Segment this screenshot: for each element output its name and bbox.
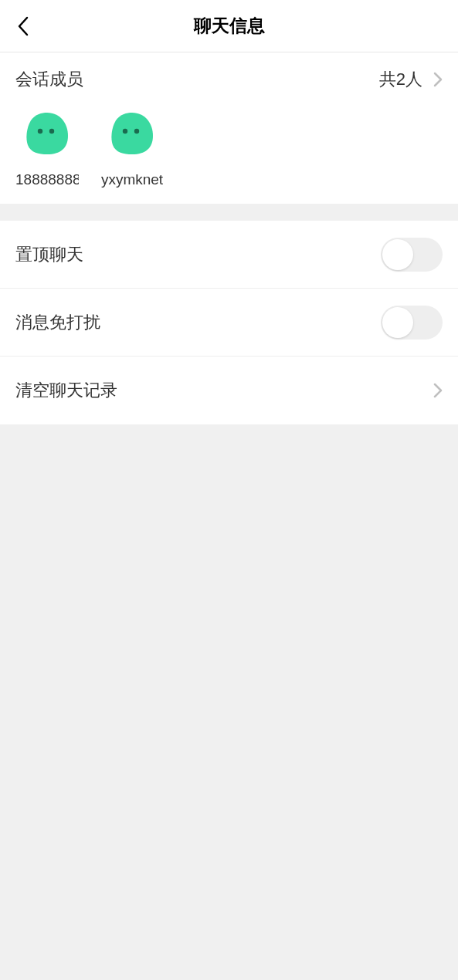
toggle-knob (382, 239, 413, 270)
members-list: 18888888 yxymknet (15, 110, 443, 188)
pin-chat-label: 置顶聊天 (15, 243, 83, 266)
chevron-right-icon (433, 72, 443, 87)
member-name: 18888888 (15, 171, 79, 188)
member-name: yxymknet (101, 171, 163, 188)
pin-chat-toggle[interactable] (381, 238, 443, 272)
svg-point-1 (49, 129, 54, 133)
header: 聊天信息 (0, 0, 458, 52)
members-header: 会话成员 共2人 (15, 68, 443, 91)
page-title: 聊天信息 (0, 14, 458, 38)
pin-chat-row: 置顶聊天 (0, 221, 458, 289)
chevron-right-icon (433, 383, 443, 398)
member-item[interactable]: yxymknet (100, 110, 164, 188)
svg-point-0 (38, 129, 42, 133)
mute-label: 消息免打扰 (15, 311, 100, 334)
members-section: 会话成员 共2人 18888888 (0, 52, 458, 204)
members-count: 共2人 (379, 68, 422, 91)
back-button[interactable] (14, 17, 32, 35)
member-item[interactable]: 18888888 (15, 110, 79, 188)
mute-toggle[interactable] (381, 306, 443, 340)
avatar (108, 110, 156, 157)
clear-history-row[interactable]: 清空聊天记录 (0, 357, 458, 424)
members-label: 会话成员 (15, 68, 83, 91)
toggle-knob (382, 307, 413, 338)
settings-section: 置顶聊天 消息免打扰 清空聊天记录 (0, 221, 458, 424)
svg-point-3 (134, 129, 139, 133)
mute-row: 消息免打扰 (0, 289, 458, 357)
avatar (23, 110, 71, 157)
chevron-left-icon (17, 16, 29, 36)
clear-history-label: 清空聊天记录 (15, 379, 117, 402)
svg-point-2 (123, 129, 127, 133)
members-count-link[interactable]: 共2人 (379, 68, 443, 91)
